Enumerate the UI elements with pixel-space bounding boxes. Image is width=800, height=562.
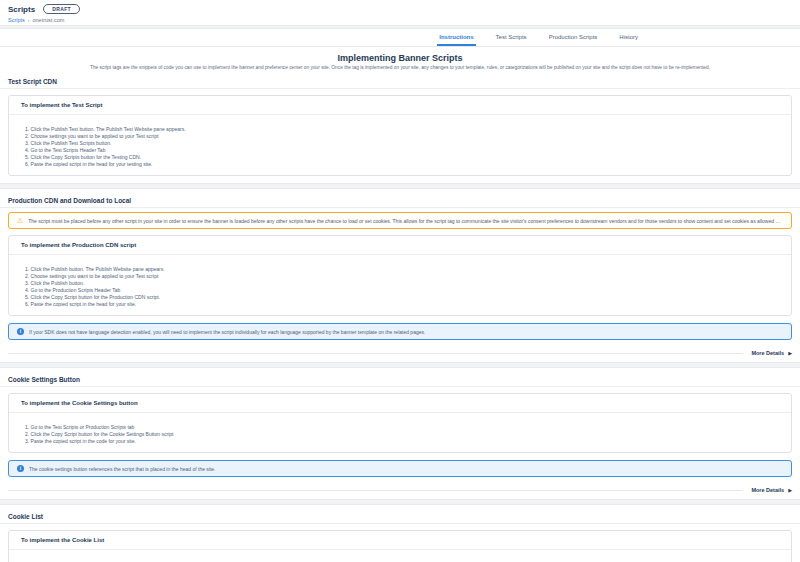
step-item: 3. Click the Publish Test Scripts button… (25, 140, 775, 147)
caret-right-icon[interactable]: ▶ (788, 488, 792, 493)
step-item: 5. Click the Copy Scripts button for the… (25, 154, 775, 161)
warning-banner: ⚠ The script must be placed before any o… (8, 212, 792, 229)
section-heading-test-script-cdn: Test Script CDN (0, 78, 800, 89)
card-test-script: To implement the Test Script 1. Click th… (8, 95, 792, 176)
step-item: 3. Click the Publish button. (25, 280, 775, 287)
divider-line (8, 490, 743, 491)
main-content: Implementing Banner Scripts The script t… (0, 53, 800, 562)
info-text: If your SDK does not have language detec… (29, 329, 425, 335)
step-item: 2. Choose settings you want to be applie… (25, 273, 775, 280)
card-production-cdn: To implement the Production CDN script 1… (8, 235, 792, 316)
section-divider (0, 362, 800, 368)
step-item: 2. Click the Copy Script button for the … (25, 431, 775, 438)
warning-text: The script must be placed before any oth… (28, 218, 783, 224)
title-row: Scripts DRAFT (8, 4, 792, 14)
scripts-page: Scripts DRAFT Scripts › onetrust.com Ins… (0, 0, 800, 562)
info-icon: i (17, 465, 24, 472)
breadcrumb-current: onetrust.com (32, 17, 64, 23)
card-title-cookie-list: To implement the Cookie List (9, 531, 791, 550)
breadcrumb: Scripts › onetrust.com (8, 17, 792, 23)
section-cookie-settings-button: Cookie Settings Button To implement the … (0, 376, 800, 493)
status-badge: DRAFT (43, 4, 80, 14)
step-item: 1. Click the Publish button. The Publish… (25, 266, 775, 273)
tab-instructions[interactable]: Instructions (437, 29, 475, 46)
step-item: 4. Go to the Production Scripts Header T… (25, 287, 775, 294)
info-banner: i The cookie settings button references … (8, 460, 792, 477)
step-item: 4. Go to the Test Scripts Header Tab (25, 147, 775, 154)
page-header: Scripts DRAFT Scripts › onetrust.com (0, 0, 800, 25)
section-heading-production-cdn: Production CDN and Download to Local (0, 197, 800, 208)
more-details-link[interactable]: More Details (751, 350, 784, 356)
more-details-link[interactable]: More Details (751, 487, 784, 493)
step-item: 6. Paste the copied script in the head f… (25, 301, 775, 308)
tab-bar: Instructions Test Scripts Production Scr… (0, 29, 800, 47)
breadcrumb-link-scripts[interactable]: Scripts (8, 17, 25, 23)
card-body-production-cdn: 1. Click the Publish button. The Publish… (9, 255, 791, 315)
divider-line (8, 353, 743, 354)
step-item: 2. Choose settings you want to be applie… (25, 133, 775, 140)
tab-test-scripts[interactable]: Test Scripts (494, 29, 529, 46)
info-text: The cookie settings button references th… (29, 466, 216, 472)
section-divider (0, 183, 800, 189)
step-item: 1. Go to the Test Scripts or Production … (25, 424, 775, 431)
warning-icon: ⚠ (17, 217, 23, 224)
card-body-cookie-settings: 1. Go to the Test Scripts or Production … (9, 413, 791, 452)
step-item: 3. Paste the copied script in the code f… (25, 438, 775, 445)
section-production-cdn: Production CDN and Download to Local ⚠ T… (0, 197, 800, 356)
card-body-cookie-list: 1. Go to the Test Scripts or Production … (9, 550, 791, 562)
card-title-cookie-settings: To implement the Cookie Settings button (9, 394, 791, 413)
breadcrumb-separator-icon: › (28, 17, 30, 23)
section-test-script-cdn: Test Script CDN To implement the Test Sc… (0, 78, 800, 176)
info-icon: i (17, 328, 24, 335)
more-details-row: More Details ▶ (8, 487, 792, 493)
step-item: 1. Click the Publish Test button. The Pu… (25, 126, 775, 133)
card-body-test-script: 1. Click the Publish Test button. The Pu… (9, 115, 791, 175)
step-item: 6. Paste the copied script in the head f… (25, 161, 775, 168)
page-title: Scripts (8, 5, 35, 14)
card-cookie-settings: To implement the Cookie Settings button … (8, 393, 792, 453)
section-heading-cookie-settings: Cookie Settings Button (0, 376, 800, 387)
more-details-row: More Details ▶ (8, 350, 792, 356)
content-title: Implementing Banner Scripts (0, 53, 800, 63)
tab-history[interactable]: History (617, 29, 640, 46)
section-heading-cookie-list: Cookie List (0, 513, 800, 524)
card-title-production-cdn: To implement the Production CDN script (9, 236, 791, 255)
step-item: 5. Click the Copy Script button for the … (25, 294, 775, 301)
info-banner: i If your SDK does not have language det… (8, 323, 792, 340)
section-divider (0, 499, 800, 505)
tab-production-scripts[interactable]: Production Scripts (547, 29, 600, 46)
card-title-test-script: To implement the Test Script (9, 96, 791, 115)
content-subtitle: The script tags are the snippets of code… (52, 65, 748, 70)
caret-right-icon[interactable]: ▶ (788, 351, 792, 356)
card-cookie-list: To implement the Cookie List 1. Go to th… (8, 530, 792, 562)
section-cookie-list: Cookie List To implement the Cookie List… (0, 513, 800, 562)
